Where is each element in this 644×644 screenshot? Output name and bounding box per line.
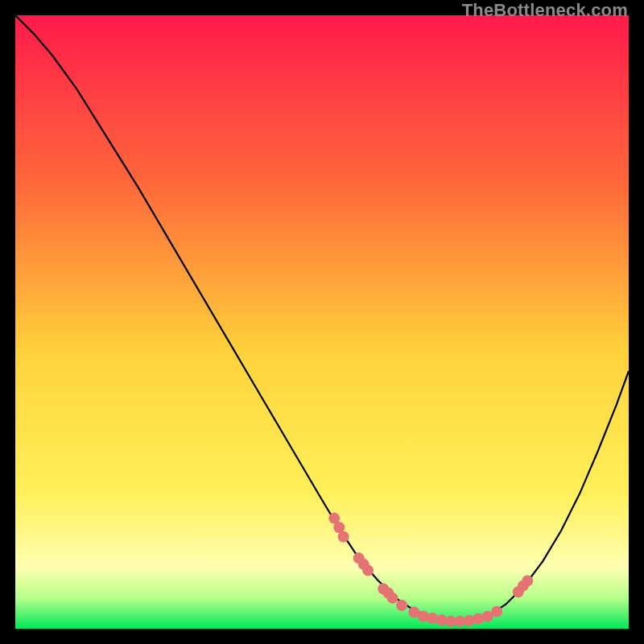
gradient-background bbox=[15, 15, 629, 629]
curve-marker bbox=[387, 592, 398, 604]
curve-marker bbox=[362, 565, 374, 576]
curve-marker bbox=[491, 606, 502, 617]
bottleneck-curve-chart bbox=[15, 15, 629, 629]
watermark-text: TheBottleneck.com bbox=[462, 0, 628, 21]
curve-marker bbox=[338, 531, 349, 543]
chart-frame bbox=[15, 15, 629, 629]
curve-marker bbox=[396, 600, 407, 611]
curve-marker bbox=[522, 576, 533, 587]
